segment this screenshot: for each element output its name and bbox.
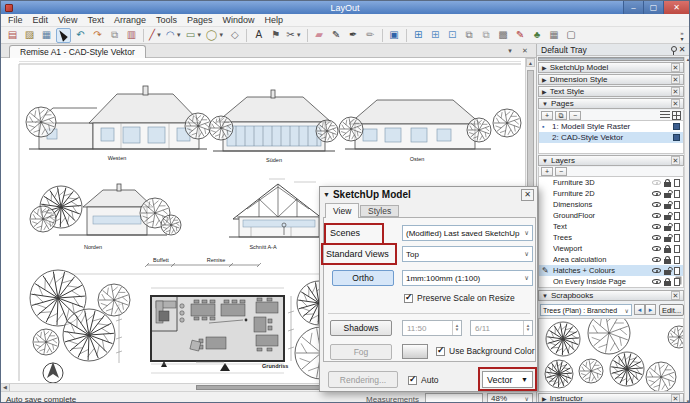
tab-close-icon[interactable]: ✕: [519, 46, 531, 56]
menu-item-edit[interactable]: Edit: [28, 15, 54, 25]
scroll-up-icon[interactable]: ▲: [526, 58, 535, 67]
toolbar-new-document-button[interactable]: ▤: [5, 28, 20, 43]
scrapbook-edit-button[interactable]: Edit...: [659, 304, 684, 316]
layer-lock-icon[interactable]: [664, 281, 671, 286]
dropdown-arrow-icon[interactable]: ▼: [196, 32, 202, 38]
page-item[interactable]: 2: CAD-Style Vektor: [539, 132, 683, 143]
layer-visibility-icon[interactable]: [652, 213, 661, 218]
layer-visibility-icon[interactable]: [652, 268, 661, 273]
use-background-checkbox[interactable]: [436, 347, 445, 356]
shadows-button[interactable]: Shadows: [330, 320, 392, 336]
auto-render-row[interactable]: Auto: [408, 375, 439, 385]
shadow-date-spinner[interactable]: 6/11▲▼: [470, 320, 533, 336]
toolbar-rectangle-tool-button[interactable]: ▭▼: [185, 28, 203, 43]
toolbar-add-page-button[interactable]: ⊞: [411, 28, 426, 43]
menu-item-pages[interactable]: Pages: [182, 15, 218, 25]
section-sketchup-model[interactable]: ▶ SketchUp Model ✕: [538, 62, 684, 73]
layer-row[interactable]: Text: [539, 221, 683, 232]
measurements-input[interactable]: [425, 393, 483, 403]
menu-item-window[interactable]: Window: [217, 15, 259, 25]
layer-share-icon[interactable]: [674, 245, 680, 253]
toolbar-save-button[interactable]: ▦: [39, 28, 54, 43]
toolbar-redo-button[interactable]: ↷: [90, 28, 105, 43]
dialog-header[interactable]: ▼ SketchUp Model ✕: [320, 187, 537, 202]
dropdown-arrow-icon[interactable]: ▼: [296, 32, 302, 38]
section-close-icon[interactable]: ✕: [671, 156, 680, 165]
toolbar-select-tool-button[interactable]: [56, 28, 71, 43]
toolbar-undo-button[interactable]: ↶: [73, 28, 88, 43]
layer-visibility-icon[interactable]: [652, 224, 661, 229]
section-close-icon[interactable]: ✕: [671, 291, 680, 300]
layer-visibility-icon[interactable]: [652, 202, 661, 207]
toolbar-dimension-tool-button[interactable]: ✂▼: [285, 28, 302, 43]
collapse-caret-icon[interactable]: ▼: [323, 191, 330, 198]
tray-header[interactable]: Default Tray ✕: [537, 44, 690, 56]
section-dimension-style[interactable]: ▶ Dimension Style ✕: [538, 74, 684, 85]
section-pages[interactable]: ▼ Pages ✕: [538, 98, 684, 109]
layer-share-icon[interactable]: [674, 179, 680, 187]
preserve-scale-checkbox[interactable]: [404, 294, 413, 303]
menu-item-file[interactable]: File: [3, 15, 28, 25]
section-close-icon[interactable]: ✕: [671, 75, 680, 84]
layer-share-icon[interactable]: [674, 234, 680, 242]
add-layer-button[interactable]: +: [541, 167, 553, 176]
toolbar-delete-button[interactable]: ▥: [124, 28, 139, 43]
toolbar-eraser-button[interactable]: ▰: [312, 28, 327, 43]
layer-row[interactable]: Furniture 2D: [539, 188, 683, 199]
layer-lock-icon[interactable]: [664, 182, 671, 187]
add-page-button[interactable]: +: [541, 111, 553, 120]
menu-item-arrange[interactable]: Arrange: [109, 15, 151, 25]
section-layers[interactable]: ▼ Layers ✕: [538, 155, 684, 166]
toolbar-style-brush-button[interactable]: ✎: [513, 28, 528, 43]
toolbar-paste-button[interactable]: ⧉: [107, 28, 122, 43]
section-close-icon[interactable]: ✕: [671, 99, 680, 108]
tab-view[interactable]: View: [325, 203, 359, 218]
toolbar-copy-page-button[interactable]: ⧉: [479, 28, 494, 43]
menu-item-text[interactable]: Text: [82, 15, 109, 25]
layer-row[interactable]: ✎Hatches + Colours: [539, 265, 683, 276]
layer-lock-icon[interactable]: [664, 204, 671, 209]
toolbar-add-page-after-button[interactable]: ⊞: [428, 28, 443, 43]
toolbar-text-tool-button[interactable]: A: [251, 28, 266, 43]
menu-item-help[interactable]: Help: [260, 15, 289, 25]
shadow-time-spinner[interactable]: 11:50▲▼: [402, 320, 462, 336]
fog-color-swatch[interactable]: [402, 344, 428, 359]
scrapbook-prev-button[interactable]: ◂: [634, 304, 645, 315]
layer-row[interactable]: Trees: [539, 232, 683, 243]
layer-row[interactable]: GroundFloor: [539, 210, 683, 221]
dropdown-arrow-icon[interactable]: ▼: [156, 32, 162, 38]
use-background-row[interactable]: Use Background Color: [436, 346, 535, 356]
section-text-style[interactable]: ▶ Text Style ✕: [538, 86, 684, 97]
layer-visibility-icon[interactable]: [652, 279, 661, 284]
tray-close-icon[interactable]: ✕: [677, 45, 687, 54]
tray-scroll-down-icon[interactable]: ▼: [685, 399, 690, 403]
list-view-icon[interactable]: [660, 111, 670, 119]
rendering-button[interactable]: Rendering...: [328, 371, 398, 388]
toolbar-duplicate-page-button[interactable]: ⧉: [462, 28, 477, 43]
scrapbook-next-button[interactable]: ▸: [645, 304, 656, 315]
layer-share-icon[interactable]: [674, 190, 680, 198]
toolbar-label-tool-button[interactable]: ⚑: [268, 28, 283, 43]
layer-lock-icon[interactable]: [664, 248, 671, 253]
layer-share-icon[interactable]: [674, 212, 680, 220]
menu-item-tools[interactable]: Tools: [151, 15, 182, 25]
layer-share-icon[interactable]: [674, 201, 680, 209]
layer-lock-icon[interactable]: [664, 226, 671, 231]
layer-row[interactable]: On Every Inside Page: [539, 276, 683, 287]
layer-share-icon[interactable]: [674, 256, 680, 264]
section-close-icon[interactable]: ✕: [671, 63, 680, 72]
toolbar-next-page-button[interactable]: ⊡: [445, 28, 460, 43]
layer-row[interactable]: Area calculation: [539, 254, 683, 265]
layer-row[interactable]: Furniture 3D: [539, 177, 683, 188]
toolbar-polygon-tool-button[interactable]: ◇: [227, 28, 242, 43]
tab-styles[interactable]: Styles: [360, 205, 399, 217]
layer-visibility-icon[interactable]: [652, 246, 661, 251]
layer-lock-icon[interactable]: [664, 259, 671, 264]
page-item[interactable]: ▪1: Modell Style Raster: [539, 121, 683, 132]
layer-row[interactable]: Viewport: [539, 243, 683, 254]
layer-visibility-icon[interactable]: [652, 180, 661, 185]
toolbar-vegetation-button[interactable]: ♣: [530, 28, 545, 43]
duplicate-page-button[interactable]: ⧉: [555, 111, 567, 120]
layer-lock-icon[interactable]: [664, 215, 671, 220]
horizontal-scroll-thumb[interactable]: [196, 385, 331, 390]
